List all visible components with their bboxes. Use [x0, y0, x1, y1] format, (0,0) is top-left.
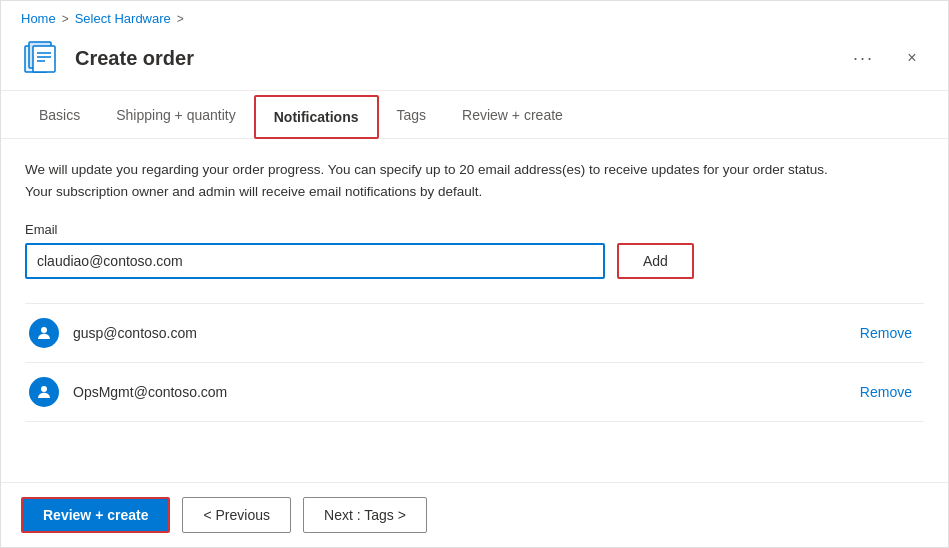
- email-address-1: gusp@contoso.com: [73, 325, 846, 341]
- breadcrumb-home[interactable]: Home: [21, 11, 56, 26]
- breadcrumb: Home > Select Hardware >: [1, 1, 948, 30]
- svg-rect-2: [33, 46, 55, 72]
- email-address-2: OpsMgmt@contoso.com: [73, 384, 846, 400]
- main-window: Home > Select Hardware > Create order ··…: [0, 0, 949, 548]
- tab-review[interactable]: Review + create: [444, 95, 581, 139]
- tab-tags[interactable]: Tags: [379, 95, 445, 139]
- email-label: Email: [25, 222, 924, 237]
- page-header: Create order ··· ×: [1, 30, 948, 91]
- email-list-item: gusp@contoso.com Remove: [25, 304, 924, 363]
- add-button[interactable]: Add: [617, 243, 694, 279]
- tab-notifications[interactable]: Notifications: [254, 95, 379, 139]
- footer: Review + create < Previous Next : Tags >: [1, 482, 948, 547]
- breadcrumb-sep1: >: [62, 12, 69, 26]
- remove-button-2[interactable]: Remove: [860, 384, 912, 400]
- close-button[interactable]: ×: [896, 42, 928, 74]
- breadcrumb-select-hardware[interactable]: Select Hardware: [75, 11, 171, 26]
- email-list: gusp@contoso.com Remove OpsMgmt@contoso.…: [25, 303, 924, 422]
- remove-button-1[interactable]: Remove: [860, 325, 912, 341]
- email-input[interactable]: [25, 243, 605, 279]
- description-text: We will update you regarding your order …: [25, 159, 845, 202]
- previous-button[interactable]: < Previous: [182, 497, 291, 533]
- user-icon: [35, 383, 53, 401]
- tab-basics[interactable]: Basics: [21, 95, 98, 139]
- avatar-1: [29, 318, 59, 348]
- more-options-button[interactable]: ···: [845, 44, 882, 73]
- tab-content: We will update you regarding your order …: [1, 139, 948, 482]
- email-list-item: OpsMgmt@contoso.com Remove: [25, 363, 924, 422]
- user-icon: [35, 324, 53, 342]
- breadcrumb-sep2: >: [177, 12, 184, 26]
- svg-point-7: [41, 386, 47, 392]
- avatar-2: [29, 377, 59, 407]
- review-create-button[interactable]: Review + create: [21, 497, 170, 533]
- page-title: Create order: [75, 47, 831, 70]
- tab-shipping[interactable]: Shipping + quantity: [98, 95, 253, 139]
- svg-point-6: [41, 327, 47, 333]
- tab-bar: Basics Shipping + quantity Notifications…: [1, 95, 948, 139]
- email-input-row: Add: [25, 243, 924, 279]
- create-order-icon: [21, 38, 61, 78]
- next-button[interactable]: Next : Tags >: [303, 497, 427, 533]
